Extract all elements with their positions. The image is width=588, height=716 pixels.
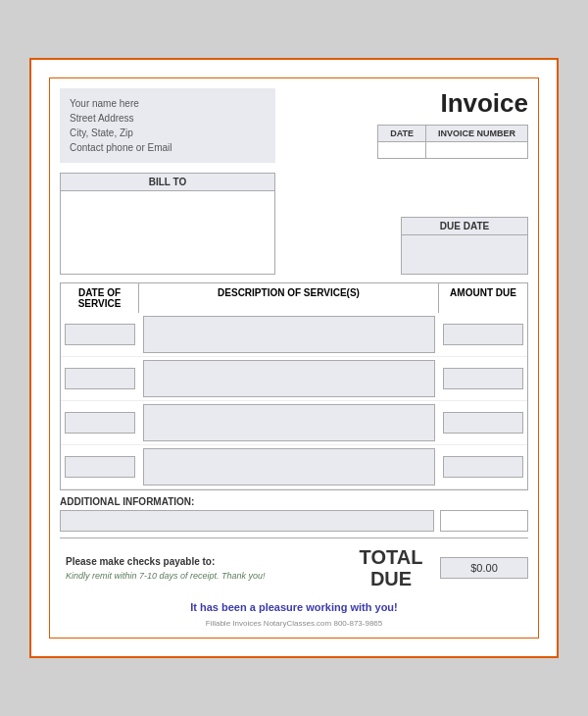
- service-amount-1: [439, 324, 527, 345]
- amount-input-4[interactable]: [443, 456, 523, 478]
- sender-city: City, State, Zip: [70, 126, 266, 140]
- service-desc-2: [139, 360, 439, 397]
- service-date-3: [61, 412, 139, 434]
- invoice-header: Your name here Street Address City, Stat…: [60, 88, 528, 163]
- invoice-number-col-header: INVOICE NUMBER: [425, 126, 527, 142]
- bill-to-section: BILL TO DUE DATE: [60, 173, 528, 275]
- additional-row: [60, 510, 528, 532]
- additional-amount-input[interactable]: [440, 510, 528, 532]
- due-date-area: DUE DATE: [285, 173, 528, 275]
- service-desc-3: [139, 404, 439, 441]
- sender-name: Your name here: [70, 96, 266, 111]
- sender-address: Street Address: [70, 111, 266, 126]
- invoice-number-field[interactable]: [425, 142, 527, 159]
- additional-section: ADDITIONAL INFORMATION:: [60, 496, 528, 532]
- footer-section: Please make checks payable to: Kindly re…: [60, 537, 528, 593]
- footer-left: Please make checks payable to: Kindly re…: [60, 552, 342, 585]
- checks-payable-label: Please make checks payable to:: [66, 556, 336, 567]
- bill-to-content[interactable]: [60, 191, 275, 275]
- services-body: [60, 313, 528, 490]
- due-date-box: DUE DATE: [401, 217, 528, 275]
- date-invoice-table: DATE INVOICE NUMBER: [377, 125, 528, 159]
- service-date-1: [61, 324, 139, 345]
- service-amount-3: [439, 412, 527, 434]
- service-row-4: [61, 445, 527, 489]
- date-input-4[interactable]: [65, 456, 135, 478]
- date-input-1[interactable]: [65, 324, 135, 345]
- service-date-2: [61, 368, 139, 389]
- desc-input-2[interactable]: [143, 360, 435, 397]
- service-amount-4: [439, 456, 527, 478]
- desc-input-3[interactable]: [143, 404, 435, 441]
- description-header: DESCRIPTION OF SERVICE(S): [139, 283, 439, 313]
- date-col-header: DATE: [378, 126, 426, 142]
- date-input-3[interactable]: [65, 412, 135, 434]
- invoice-inner: Your name here Street Address City, Stat…: [49, 77, 539, 639]
- bill-to-label: BILL TO: [60, 173, 275, 191]
- amount-input-1[interactable]: [443, 324, 523, 345]
- service-desc-1: [139, 316, 439, 353]
- remit-note: Kindly remit within 7-10 days of receipt…: [66, 571, 336, 581]
- additional-label: ADDITIONAL INFORMATION:: [60, 496, 528, 507]
- date-input-2[interactable]: [65, 368, 135, 389]
- service-row-3: [61, 401, 527, 445]
- date-of-service-header: DATE OFSERVICE: [61, 283, 139, 313]
- amount-input-3[interactable]: [443, 412, 523, 434]
- date-field[interactable]: [378, 142, 426, 159]
- sender-info: Your name here Street Address City, Stat…: [60, 88, 275, 163]
- services-header: DATE OFSERVICE DESCRIPTION OF SERVICE(S)…: [60, 282, 528, 313]
- due-date-label: DUE DATE: [401, 217, 528, 235]
- amount-due-header: AMOUNT DUE: [439, 283, 527, 313]
- service-row-1: [61, 313, 527, 357]
- sender-contact: Contact phone or Email: [70, 140, 266, 155]
- invoice-right: Invoice DATE INVOICE NUMBER: [377, 88, 528, 159]
- additional-info-input[interactable]: [60, 510, 434, 532]
- service-amount-2: [439, 368, 527, 389]
- total-amount-field[interactable]: $0.00: [440, 557, 528, 579]
- invoice-page: Your name here Street Address City, Stat…: [29, 58, 559, 658]
- service-row-2: [61, 357, 527, 401]
- invoice-title: Invoice: [377, 88, 528, 119]
- due-date-field[interactable]: [401, 235, 528, 275]
- amount-input-2[interactable]: [443, 368, 523, 389]
- bill-to-box: BILL TO: [60, 173, 275, 275]
- total-due-text: TOTAL DUE: [360, 546, 423, 589]
- desc-input-4[interactable]: [143, 448, 435, 486]
- desc-input-1[interactable]: [143, 316, 435, 353]
- pleasure-text: It has been a pleasure working with you!: [60, 601, 528, 613]
- service-date-4: [61, 456, 139, 478]
- service-desc-4: [139, 448, 439, 486]
- total-due-box: TOTAL DUE: [342, 542, 440, 593]
- footer-note: Fillable Invoices NotaryClasses.com 800-…: [60, 619, 528, 628]
